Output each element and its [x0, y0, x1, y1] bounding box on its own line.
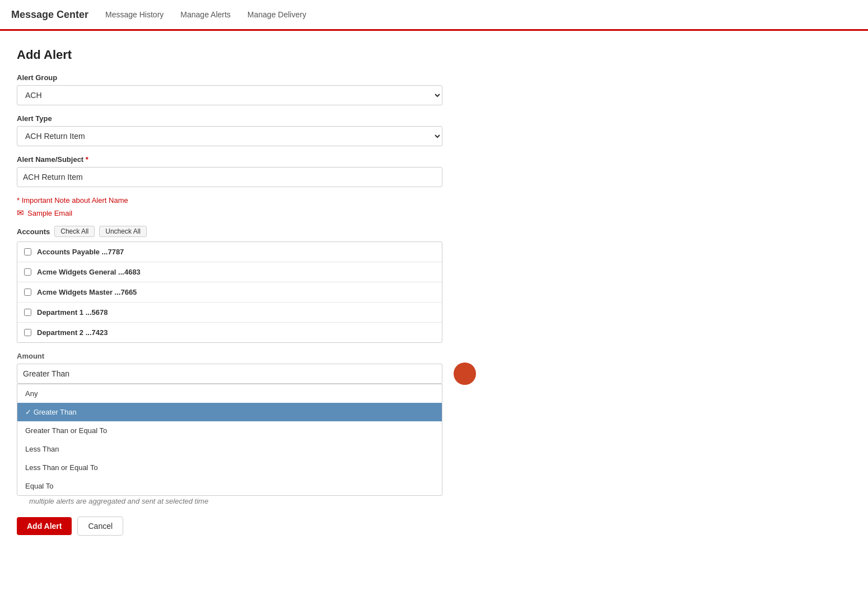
- account-label-0: Accounts Payable ...7787: [37, 248, 124, 256]
- page-title: Add Alert: [17, 48, 465, 62]
- sample-email-link[interactable]: ✉ Sample Email: [17, 208, 465, 218]
- cursor-indicator: [454, 362, 476, 385]
- account-checkbox-1[interactable]: [24, 268, 31, 276]
- check-all-button[interactable]: Check All: [54, 226, 95, 237]
- account-checkbox-3[interactable]: [24, 309, 31, 316]
- account-label-1: Acme Widgets General ...4683: [37, 268, 141, 276]
- nav-manage-delivery[interactable]: Manage Delivery: [248, 10, 306, 19]
- account-checkbox-4[interactable]: [24, 329, 31, 336]
- amount-option-greater-than[interactable]: Greater Than: [17, 403, 442, 421]
- nav-manage-alerts[interactable]: Manage Alerts: [180, 10, 231, 19]
- amount-option-any[interactable]: Any: [17, 384, 442, 403]
- amount-option-equal-to[interactable]: Equal To: [17, 477, 442, 495]
- amount-dropdown-menu: Any Greater Than Greater Than or Equal T…: [17, 384, 442, 496]
- sample-email-label: Sample Email: [27, 209, 72, 217]
- accounts-list: Accounts Payable ...7787 Acme Widgets Ge…: [17, 241, 442, 343]
- alert-group-label: Alert Group: [17, 73, 465, 82]
- amount-label: Amount: [17, 352, 465, 360]
- alert-name-group: Alert Name/Subject *: [17, 155, 465, 187]
- account-item-1: Acme Widgets General ...4683: [17, 262, 442, 282]
- amount-dropdown-trigger[interactable]: Greater Than: [17, 364, 442, 384]
- account-item-3: Department 1 ...5678: [17, 303, 442, 323]
- amount-selected-value: Greater Than: [23, 369, 69, 378]
- account-label-2: Acme Widgets Master ...7665: [37, 288, 137, 296]
- alert-type-label: Alert Type: [17, 114, 465, 123]
- cancel-button[interactable]: Cancel: [77, 517, 123, 536]
- accounts-label: Accounts: [17, 227, 50, 236]
- frequency-note: multiple alerts are aggregated and sent …: [29, 497, 465, 505]
- uncheck-all-button[interactable]: Uncheck All: [99, 226, 147, 237]
- alert-type-group: Alert Type ACH Return Item ACH Debit ACH…: [17, 114, 465, 146]
- alert-name-input[interactable]: [17, 167, 442, 187]
- amount-option-less-than-equal[interactable]: Less Than or Equal To: [17, 458, 442, 477]
- account-item-4: Department 2 ...7423: [17, 323, 442, 342]
- alert-name-label: Alert Name/Subject *: [17, 155, 465, 164]
- amount-section: Amount Greater Than Any Greater Than Gre…: [17, 352, 465, 384]
- alert-group-group: Alert Group ACH Deposits Payments Transf…: [17, 73, 465, 105]
- alert-group-select[interactable]: ACH Deposits Payments Transfers: [17, 85, 442, 105]
- important-note[interactable]: * Important Note about Alert Name: [17, 196, 465, 204]
- amount-dropdown-container: Greater Than Any Greater Than Greater Th…: [17, 364, 442, 384]
- required-star: *: [86, 155, 88, 164]
- amount-option-greater-than-equal[interactable]: Greater Than or Equal To: [17, 421, 442, 440]
- add-alert-button[interactable]: Add Alert: [17, 517, 72, 535]
- account-item-2: Acme Widgets Master ...7665: [17, 282, 442, 303]
- action-buttons: Add Alert Cancel: [17, 517, 465, 536]
- account-checkbox-0[interactable]: [24, 248, 31, 255]
- main-content: Add Alert Alert Group ACH Deposits Payme…: [0, 31, 482, 552]
- account-label-3: Department 1 ...5678: [37, 308, 108, 317]
- alert-type-select[interactable]: ACH Return Item ACH Debit ACH Credit ACH…: [17, 126, 442, 146]
- accounts-header: Accounts Check All Uncheck All: [17, 226, 465, 237]
- amount-option-less-than[interactable]: Less Than: [17, 440, 442, 458]
- email-icon: ✉: [17, 208, 24, 218]
- app-title: Message Center: [11, 9, 88, 21]
- main-nav: Message History Manage Alerts Manage Del…: [105, 10, 306, 19]
- account-checkbox-2[interactable]: [24, 289, 31, 296]
- accounts-group: Accounts Check All Uncheck All Accounts …: [17, 226, 465, 343]
- account-item-0: Accounts Payable ...7787: [17, 242, 442, 262]
- account-label-4: Department 2 ...7423: [37, 328, 108, 337]
- header: Message Center Message History Manage Al…: [0, 0, 868, 31]
- nav-message-history[interactable]: Message History: [105, 10, 164, 19]
